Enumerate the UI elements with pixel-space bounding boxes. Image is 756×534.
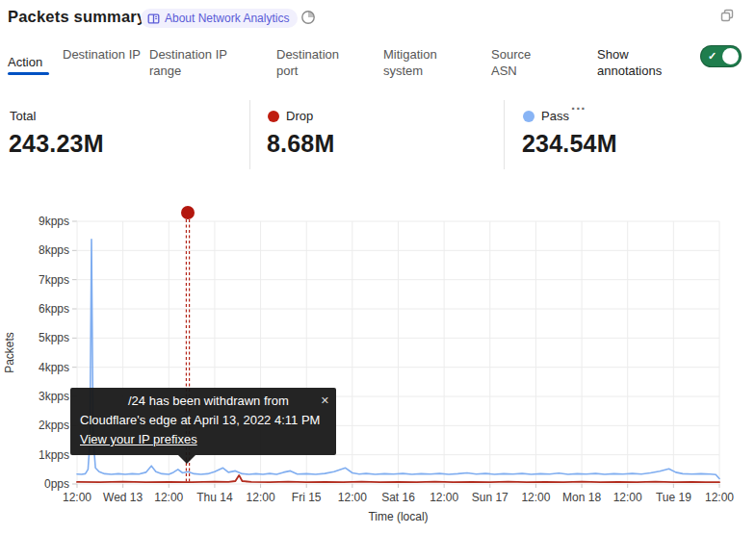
x-tick-label: Wed 13 <box>103 491 143 504</box>
stat-drop-value: 8.68M <box>267 130 334 158</box>
drop-legend-dot <box>268 111 279 122</box>
about-network-analytics-badge[interactable]: About Network Analytics <box>141 9 298 28</box>
y-axis-title: Packets <box>3 332 16 373</box>
stat-drop-label: Drop <box>286 109 313 123</box>
check-icon: ✓ <box>708 50 717 63</box>
tooltip-caret <box>178 455 196 464</box>
summary-stats: Total 243.23M Drop 8.68M Pass 234.54M <box>0 100 756 172</box>
pass-legend-dot <box>523 111 534 122</box>
y-tick-label: 3kpps <box>39 390 69 403</box>
stat-total-label: Total <box>10 109 36 123</box>
x-tick-label: 12:00 <box>705 491 734 504</box>
x-tick-label: 12:00 <box>613 491 642 504</box>
x-tick-label: 12:00 <box>430 491 458 504</box>
x-tick-label: 12:00 <box>247 491 275 504</box>
active-tab-underline <box>8 72 49 75</box>
time-history-icon[interactable] <box>300 10 316 25</box>
toggle-knob <box>722 48 739 64</box>
x-tick-label: Mon 18 <box>562 491 601 504</box>
y-tick-label: 4kpps <box>39 361 69 374</box>
x-tick-label: Sun 17 <box>472 491 508 504</box>
stat-pass-value: 234.54M <box>522 130 617 158</box>
y-tick-label: 7kpps <box>39 273 69 287</box>
y-tick-label: 6kpps <box>39 302 69 316</box>
stats-divider <box>249 100 250 169</box>
show-annotations-label: Show annotations <box>597 46 678 79</box>
close-icon[interactable]: ✕ <box>321 391 329 410</box>
tab-destination-port[interactable]: Destination port <box>276 46 355 79</box>
tab-action[interactable]: Action <box>8 54 42 70</box>
dimension-tabs: Action Destination IP Destination IP ran… <box>0 44 756 85</box>
y-tick-label: 2kpps <box>39 419 69 432</box>
stat-pass-label: Pass <box>541 109 569 123</box>
stat-total-value: 243.23M <box>9 130 104 158</box>
view-ip-prefixes-link[interactable]: View your IP prefixes <box>80 430 197 449</box>
x-axis-title: Time (local) <box>368 510 428 523</box>
y-tick-label: 8kpps <box>39 243 69 257</box>
y-tick-label: 0pps <box>44 477 69 491</box>
about-badge-label: About Network Analytics <box>165 12 289 25</box>
tab-source-asn[interactable]: Source ASN <box>491 46 541 79</box>
restore-window-icon[interactable] <box>718 7 736 24</box>
chart-svg: 0pps1kpps2kpps3kpps4kpps5kpps6kpps7kpps8… <box>0 188 756 534</box>
packets-summary-panel: Packets summary About Network Analytics … <box>0 0 756 534</box>
x-tick-label: Sat 16 <box>381 491 415 504</box>
page-title: Packets summary <box>8 8 145 26</box>
x-tick-label: 12:00 <box>154 491 183 504</box>
tab-destination-ip[interactable]: Destination IP <box>63 46 142 63</box>
x-tick-label: Tue 19 <box>656 491 691 504</box>
tooltip-line-1: /24 has been withdrawn from <box>80 392 326 411</box>
x-tick-label: 12:00 <box>521 491 550 504</box>
book-icon <box>147 13 160 25</box>
x-tick-label: 12:00 <box>63 491 91 504</box>
x-tick-label: Fri 15 <box>292 491 322 504</box>
x-tick-label: 12:00 <box>338 491 367 504</box>
tab-mitigation-system[interactable]: Mitigation system <box>383 46 455 79</box>
y-tick-label: 5kpps <box>39 331 69 344</box>
x-tick-label: Thu 14 <box>196 491 233 504</box>
annotation-tooltip: ✕ /24 has been withdrawn from Cloudflare… <box>70 388 336 455</box>
packets-time-series-chart: 0pps1kpps2kpps3kpps4kpps5kpps6kpps7kpps8… <box>0 188 756 534</box>
tab-destination-ip-range[interactable]: Destination IP range <box>149 46 246 79</box>
annotation-marker-dot[interactable] <box>181 206 195 219</box>
tooltip-line-2: Cloudflare's edge at April 13, 2022 4:11… <box>80 411 326 430</box>
show-annotations-toggle[interactable]: ✓ <box>700 45 742 67</box>
y-tick-label: 9kpps <box>39 215 69 228</box>
y-tick-label: 1kpps <box>39 448 69 462</box>
stats-divider <box>504 100 505 169</box>
